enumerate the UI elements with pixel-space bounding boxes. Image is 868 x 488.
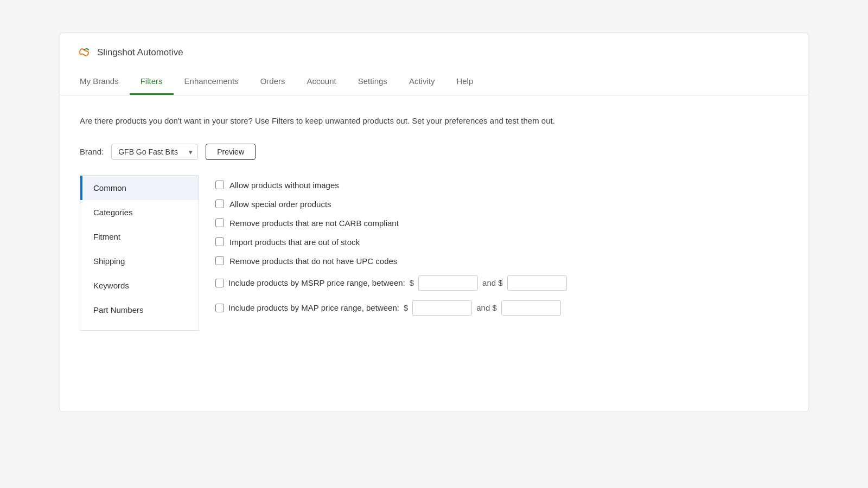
filter-row-import-out-of-stock: Import products that are out of stock	[215, 237, 772, 247]
map-min-input[interactable]	[412, 300, 472, 316]
map-max-input[interactable]	[501, 300, 561, 316]
brand-row: Slingshot Automotive	[76, 45, 792, 69]
label-map-range: Include products by MAP price range, bet…	[228, 303, 399, 312]
sidebar-item-common[interactable]: Common	[80, 176, 199, 200]
main-layout: Common Categories Fitment Shipping Keywo…	[80, 175, 788, 331]
checkbox-allow-no-images[interactable]	[215, 181, 224, 189]
header: Slingshot Automotive My Brands Filters E…	[60, 33, 808, 95]
map-currency-min: $	[404, 303, 408, 312]
label-remove-no-upc: Remove products that do not have UPC cod…	[229, 256, 397, 266]
intro-text: Are there products you don't want in you…	[80, 115, 788, 127]
nav-item-filters[interactable]: Filters	[130, 71, 174, 95]
msrp-currency-min: $	[410, 278, 414, 287]
sidebar-item-keywords[interactable]: Keywords	[80, 273, 199, 298]
nav-item-settings[interactable]: Settings	[347, 71, 398, 95]
msrp-range-row: Include products by MSRP price range, be…	[215, 275, 772, 291]
filter-panel: Allow products without images Allow spec…	[199, 175, 788, 331]
msrp-min-input[interactable]	[418, 275, 478, 291]
main-nav: My Brands Filters Enhancements Orders Ac…	[76, 69, 792, 95]
brand-label: Brand:	[80, 147, 104, 156]
label-allow-special-order: Allow special order products	[229, 200, 331, 209]
checkbox-remove-no-upc[interactable]	[215, 256, 224, 265]
sidebar-item-categories[interactable]: Categories	[80, 200, 199, 224]
label-allow-no-images: Allow products without images	[229, 181, 339, 190]
nav-item-account[interactable]: Account	[296, 71, 347, 95]
filter-row-remove-non-carb: Remove products that are not CARB compli…	[215, 219, 772, 228]
checkbox-map-range[interactable]	[215, 304, 224, 312]
nav-item-orders[interactable]: Orders	[250, 71, 296, 95]
brand-select-row: Brand: GFB Go Fast Bits Preview	[80, 144, 788, 160]
msrp-and-text: and $	[482, 278, 503, 287]
filter-row-allow-special-order: Allow special order products	[215, 200, 772, 209]
filter-row-allow-no-images: Allow products without images	[215, 181, 772, 190]
checkbox-allow-special-order[interactable]	[215, 200, 224, 208]
label-remove-non-carb: Remove products that are not CARB compli…	[229, 219, 399, 228]
map-and-text: and $	[476, 303, 497, 312]
filter-row-remove-no-upc: Remove products that do not have UPC cod…	[215, 256, 772, 266]
map-range-row: Include products by MAP price range, bet…	[215, 300, 772, 316]
checkbox-msrp-range[interactable]	[215, 279, 224, 287]
preview-button[interactable]: Preview	[206, 144, 256, 160]
sidebar-item-shipping[interactable]: Shipping	[80, 249, 199, 273]
brand-dropdown[interactable]: GFB Go Fast Bits	[111, 144, 198, 160]
sidebar-item-fitment[interactable]: Fitment	[80, 224, 199, 249]
app-logo-icon	[76, 45, 92, 60]
nav-item-activity[interactable]: Activity	[398, 71, 446, 95]
checkbox-remove-non-carb[interactable]	[215, 219, 224, 227]
msrp-max-input[interactable]	[507, 275, 567, 291]
sidebar-item-part-numbers[interactable]: Part Numbers	[80, 298, 199, 322]
nav-item-my-brands[interactable]: My Brands	[76, 71, 130, 95]
label-import-out-of-stock: Import products that are out of stock	[229, 237, 360, 247]
brand-select-wrapper: GFB Go Fast Bits	[111, 144, 198, 160]
label-msrp-range: Include products by MSRP price range, be…	[228, 278, 405, 287]
sidebar: Common Categories Fitment Shipping Keywo…	[80, 175, 199, 331]
app-brand-name: Slingshot Automotive	[97, 47, 183, 58]
content-area: Are there products you don't want in you…	[60, 95, 808, 350]
checkbox-import-out-of-stock[interactable]	[215, 237, 224, 246]
nav-item-help[interactable]: Help	[445, 71, 484, 95]
nav-item-enhancements[interactable]: Enhancements	[174, 71, 250, 95]
